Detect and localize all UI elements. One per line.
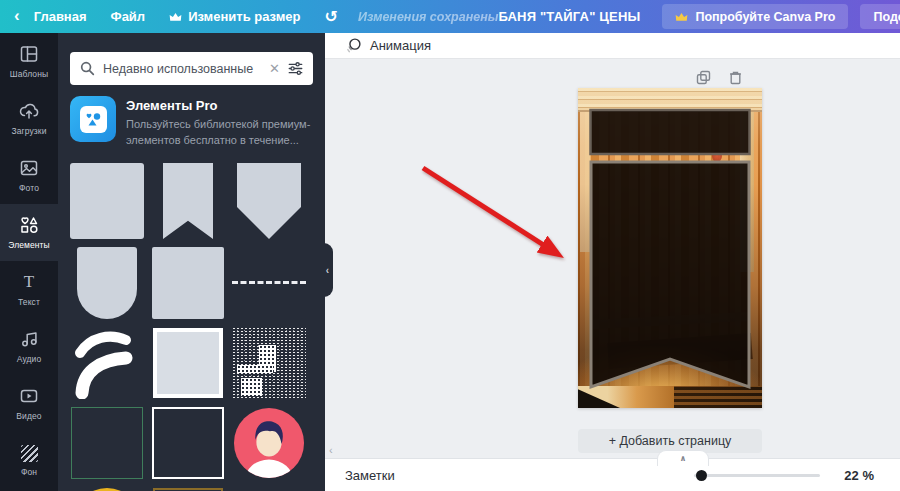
sidebar-item-elements[interactable]: Элементы	[0, 204, 58, 261]
design-banner-shapes	[578, 88, 762, 408]
text-icon: T	[24, 272, 34, 292]
undo-icon[interactable]: ↺	[325, 7, 338, 26]
element-pennant[interactable]	[232, 163, 306, 239]
element-yellow-circle[interactable]	[70, 487, 144, 491]
notes-collapse-tab[interactable]: ∧	[657, 450, 709, 466]
background-icon	[21, 445, 38, 462]
share-label: Поделиться	[873, 10, 900, 24]
sidebar-item-label: Шаблоны	[10, 69, 48, 79]
search-icon	[80, 61, 95, 76]
elements-icon	[19, 215, 39, 235]
clear-search-icon[interactable]: ✕	[269, 61, 280, 76]
element-photo-frame[interactable]	[151, 327, 225, 399]
element-dashed-line[interactable]	[232, 247, 306, 319]
canva-editor: ‹ Главная Файл Изменить размер ↺ Изменен…	[0, 0, 900, 491]
element-white-outline-square[interactable]	[151, 407, 225, 479]
crown-icon	[675, 12, 688, 22]
try-pro-label: Попробуйте Canva Pro	[695, 10, 835, 24]
save-status: Изменения сохранены	[358, 10, 498, 24]
element-arch[interactable]	[70, 247, 144, 319]
photos-icon	[19, 158, 39, 178]
elements-pro-title: Элементы Pro	[126, 98, 313, 113]
chevron-up-icon: ∧	[680, 454, 687, 463]
sidebar-item-photos[interactable]: Фото	[0, 147, 58, 204]
panel-collapse-handle[interactable]: ‹	[316, 243, 333, 297]
sidebar-item-label: Аудио	[17, 354, 41, 364]
crown-icon	[169, 12, 182, 22]
elements-pro-card[interactable]: Элементы Pro Пользуйтесь библиотекой пре…	[70, 96, 313, 149]
animation-icon	[345, 38, 362, 54]
menu-resize-label: Изменить размер	[188, 9, 300, 24]
sidebar-item-templates[interactable]: Шаблоны	[0, 33, 58, 90]
menu-resize[interactable]: Изменить размер	[169, 9, 300, 24]
element-gold-outline-square[interactable]	[151, 487, 225, 491]
menu-file[interactable]: Файл	[111, 9, 146, 24]
bottom-bar: Заметки 22 %	[325, 458, 900, 491]
elements-panel: ✕ Элементы Pro Пользуйтесь библиотекой п…	[58, 33, 325, 491]
element-green-outline-square[interactable]	[70, 407, 144, 479]
scroll-left-icon[interactable]: ‹	[329, 444, 333, 456]
canvas-area: Анимация + Добавить страницу	[325, 33, 900, 458]
sidebar-item-uploads[interactable]: Загрузки	[0, 90, 58, 147]
sidebar-item-label: Загрузки	[11, 126, 46, 136]
zoom-slider-thumb[interactable]	[696, 470, 707, 481]
elements-pro-text: Элементы Pro Пользуйтесь библиотекой пре…	[126, 96, 313, 149]
document-title[interactable]: БАНЯ "ТАЙГА" ЦЕНЫ	[498, 9, 640, 24]
sidebar-item-audio[interactable]: Аудио	[0, 318, 58, 375]
menu-home[interactable]: Главная	[34, 9, 87, 24]
element-person-avatar[interactable]	[232, 407, 306, 479]
sidebar-item-background[interactable]: Фон	[0, 432, 58, 489]
sidebar: Шаблоны Загрузки Фото Элементы T Текст А…	[0, 33, 58, 491]
video-icon	[19, 386, 39, 406]
chevron-left-icon: ‹	[326, 265, 329, 276]
sidebar-item-label: Фон	[21, 467, 37, 477]
sidebar-item-label: Фото	[19, 183, 39, 193]
audio-icon	[19, 329, 39, 349]
back-icon[interactable]: ‹	[14, 6, 20, 26]
element-square[interactable]	[151, 247, 225, 319]
search-input[interactable]	[103, 62, 261, 76]
elements-grid	[70, 163, 313, 491]
elements-pro-description: Пользуйтесь библиотекой премиум-элементо…	[126, 117, 313, 149]
duplicate-page-icon[interactable]	[696, 70, 711, 85]
sidebar-item-label: Видео	[16, 411, 41, 421]
elements-pro-icon	[70, 96, 116, 142]
search-box[interactable]: ✕	[70, 52, 313, 85]
sidebar-item-label: Элементы	[8, 240, 50, 250]
notes-button[interactable]: Заметки	[345, 468, 395, 483]
share-button[interactable]: Поделиться	[860, 4, 900, 29]
element-rounded-square[interactable]	[70, 163, 144, 239]
element-pixel-pattern[interactable]	[232, 327, 306, 399]
top-bar: ‹ Главная Файл Изменить размер ↺ Изменен…	[0, 0, 900, 33]
top-bar-right: БАНЯ "ТАЙГА" ЦЕНЫ Попробуйте Canva Pro П…	[498, 4, 900, 29]
element-notched-flag[interactable]	[151, 163, 225, 239]
try-pro-button[interactable]: Попробуйте Canva Pro	[662, 4, 848, 29]
sidebar-item-text[interactable]: T Текст	[0, 261, 58, 318]
filter-icon[interactable]	[288, 61, 303, 76]
templates-icon	[19, 44, 39, 64]
sidebar-item-label: Текст	[18, 297, 40, 307]
uploads-icon	[19, 101, 39, 121]
zoom-slider-track	[694, 474, 820, 477]
delete-page-icon[interactable]	[728, 70, 743, 85]
canvas-toolbar: Анимация	[325, 33, 900, 59]
page-actions	[696, 70, 743, 85]
zoom-slider[interactable]	[694, 468, 820, 482]
design-page[interactable]	[578, 88, 762, 408]
element-brush-strokes[interactable]	[70, 327, 144, 399]
sidebar-item-video[interactable]: Видео	[0, 375, 58, 432]
animation-button[interactable]: Анимация	[370, 38, 431, 53]
zoom-value: 22 %	[844, 468, 874, 483]
